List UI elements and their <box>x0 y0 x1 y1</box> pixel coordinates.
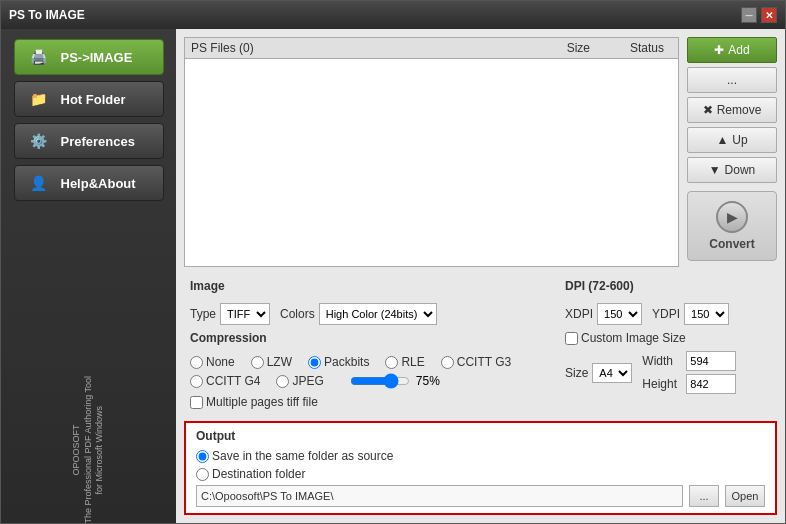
ydpi-label: YDPI <box>652 307 680 321</box>
middle-section: Image Type TIFF Colors <box>184 275 777 413</box>
quality-slider: 75% <box>350 373 440 389</box>
sidebar-item-ps-image[interactable]: 🖨️ PS->IMAGE <box>14 39 164 75</box>
action-buttons: ✚ Add ... ✖ Remove ▲ Up ▼ Down <box>687 37 777 267</box>
browse-path-button[interactable]: ... <box>689 485 719 507</box>
save-same-label: Save in the same folder as source <box>212 449 393 463</box>
packbits-label: Packbits <box>324 355 369 369</box>
rle-label: RLE <box>401 355 424 369</box>
radio-jpeg[interactable]: JPEG <box>276 374 323 388</box>
multiple-pages-item[interactable]: Multiple pages tiff file <box>190 395 318 409</box>
sidebar-label-hot-folder: Hot Folder <box>61 92 126 107</box>
ydpi-select[interactable]: 150 <box>684 303 729 325</box>
ccitt-g4-label: CCITT G4 <box>206 374 260 388</box>
file-list-header: PS Files (0) Size Status <box>185 38 678 59</box>
size-inputs: Width Height <box>642 351 736 394</box>
radio-ccitt-g4[interactable]: CCITT G4 <box>190 374 260 388</box>
help-icon: 👤 <box>25 169 53 197</box>
sidebar-item-preferences[interactable]: ⚙️ Preferences <box>14 123 164 159</box>
output-path-row: ... Open <box>196 485 765 507</box>
preferences-icon: ⚙️ <box>25 127 53 155</box>
up-icon: ▲ <box>716 133 728 147</box>
colors-label: Colors <box>280 307 315 321</box>
main-window: PS To IMAGE ─ ✕ 🖨️ PS->IMAGE 📁 Hot Folde… <box>0 0 786 524</box>
window-title: PS To IMAGE <box>9 8 85 22</box>
lzw-label: LZW <box>267 355 292 369</box>
type-row: Type TIFF Colors High Color (24bits) <box>190 303 543 325</box>
up-label: Up <box>732 133 747 147</box>
custom-size-label: Custom Image Size <box>581 331 686 345</box>
sidebar-item-help-about[interactable]: 👤 Help&About <box>14 165 164 201</box>
browse-button[interactable]: ... <box>687 67 777 93</box>
destination-item[interactable]: Destination folder <box>196 467 305 481</box>
file-list-area: PS Files (0) Size Status <box>184 37 679 267</box>
convert-btn-area: ▶ Convert <box>687 191 777 261</box>
height-label: Height <box>642 377 682 391</box>
image-settings: Image Type TIFF Colors <box>184 275 549 413</box>
radio-lzw[interactable]: LZW <box>251 355 292 369</box>
radio-packbits[interactable]: Packbits <box>308 355 369 369</box>
radio-none[interactable]: None <box>190 355 235 369</box>
title-bar: PS To IMAGE ─ ✕ <box>1 1 785 29</box>
ydpi-group: YDPI 150 <box>652 303 729 325</box>
width-input[interactable] <box>686 351 736 371</box>
save-same-row: Save in the same folder as source <box>196 449 765 463</box>
dpi-section: DPI (72-600) XDPI 150 YDPI <box>557 275 777 398</box>
multiple-pages-checkbox[interactable] <box>190 396 203 409</box>
sidebar-item-hot-folder[interactable]: 📁 Hot Folder <box>14 81 164 117</box>
quality-range[interactable] <box>350 373 410 389</box>
brand-name: OPOOSOFT <box>71 424 81 475</box>
close-button[interactable]: ✕ <box>761 7 777 23</box>
compression-group: None LZW Packbits <box>190 355 543 389</box>
custom-size-checkbox[interactable] <box>565 332 578 345</box>
size-row: Size A4 Width <box>565 351 769 394</box>
open-button[interactable]: Open <box>725 485 765 507</box>
jpeg-label: JPEG <box>292 374 323 388</box>
radio-rle-input[interactable] <box>385 356 398 369</box>
size-select[interactable]: A4 <box>592 363 632 383</box>
top-section: PS Files (0) Size Status ✚ Add ... ✖ <box>184 37 777 267</box>
add-button[interactable]: ✚ Add <box>687 37 777 63</box>
col-size: Size <box>567 41 590 55</box>
save-same-item[interactable]: Save in the same folder as source <box>196 449 393 463</box>
width-label: Width <box>642 354 682 368</box>
add-label: Add <box>728 43 749 57</box>
custom-size-item[interactable]: Custom Image Size <box>565 331 686 345</box>
radio-ccitt-g3-input[interactable] <box>441 356 454 369</box>
radio-ccitt-g3[interactable]: CCITT G3 <box>441 355 511 369</box>
radio-none-input[interactable] <box>190 356 203 369</box>
path-input[interactable] <box>196 485 683 507</box>
dpi-section-title: DPI (72-600) <box>565 279 769 293</box>
xdpi-select[interactable]: 150 <box>597 303 642 325</box>
sidebar-label-help-about: Help&About <box>61 176 136 191</box>
xdpi-label: XDPI <box>565 307 593 321</box>
radio-ccitt-g4-input[interactable] <box>190 375 203 388</box>
image-col: Image Type TIFF Colors <box>184 275 549 413</box>
destination-label: Destination folder <box>212 467 305 481</box>
xdpi-group: XDPI 150 <box>565 303 642 325</box>
none-label: None <box>206 355 235 369</box>
add-icon: ✚ <box>714 43 724 57</box>
minimize-button[interactable]: ─ <box>741 7 757 23</box>
radio-packbits-input[interactable] <box>308 356 321 369</box>
radio-lzw-input[interactable] <box>251 356 264 369</box>
height-input[interactable] <box>686 374 736 394</box>
convert-button[interactable]: ▶ Convert <box>687 191 777 261</box>
compression-row: Compression None LZW <box>190 331 543 389</box>
type-select[interactable]: TIFF <box>220 303 270 325</box>
right-panel: PS Files (0) Size Status ✚ Add ... ✖ <box>176 29 785 523</box>
file-list-body[interactable] <box>185 59 678 266</box>
brand-text: OPOOSOFT The Professional PDF Authoring … <box>71 366 106 523</box>
destination-radio[interactable] <box>196 468 209 481</box>
save-same-radio[interactable] <box>196 450 209 463</box>
radio-rle[interactable]: RLE <box>385 355 424 369</box>
brand-desc: The Professional PDF Authoring Tool <box>83 376 93 523</box>
remove-button[interactable]: ✖ Remove <box>687 97 777 123</box>
size-group: Size A4 <box>565 363 632 383</box>
down-button[interactable]: ▼ Down <box>687 157 777 183</box>
up-button[interactable]: ▲ Up <box>687 127 777 153</box>
size-label: Size <box>565 366 588 380</box>
colors-select[interactable]: High Color (24bits) <box>319 303 437 325</box>
quality-value: 75% <box>416 374 440 388</box>
radio-jpeg-input[interactable] <box>276 375 289 388</box>
height-row: Height <box>642 374 736 394</box>
